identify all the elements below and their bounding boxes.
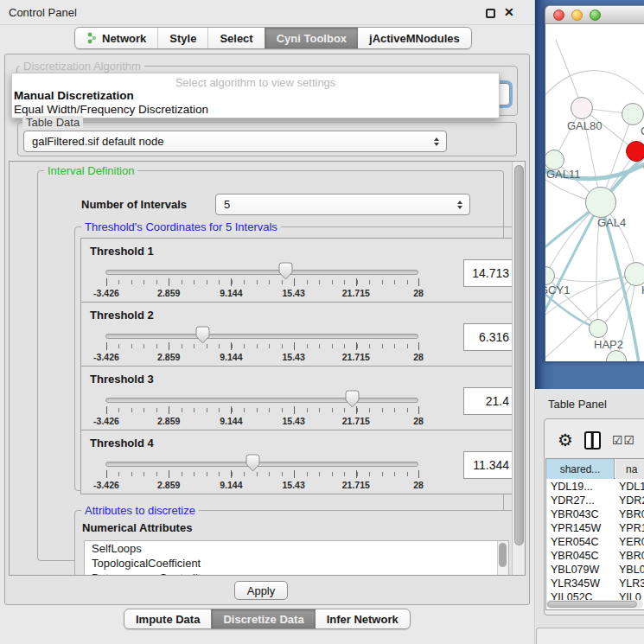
- slider-major-tick: [169, 342, 169, 350]
- cell-shared-name[interactable]: YLR345W: [551, 577, 615, 590]
- cell-shared-name[interactable]: YDR27...: [551, 494, 615, 507]
- slider-thumb[interactable]: [245, 454, 260, 472]
- cell-name[interactable]: YBR0: [619, 550, 644, 562]
- threshold-value-field[interactable]: 11.344: [463, 451, 515, 479]
- slider-tick-label: -3.426: [93, 288, 119, 298]
- vertical-scrollbar[interactable]: [512, 162, 525, 575]
- cell-name[interactable]: YBL0: [619, 564, 644, 576]
- network-canvas[interactable]: GAL80GACGAL11GAL4GCY1HHAP2: [545, 24, 644, 361]
- tab-label: Discretize Data: [223, 613, 303, 626]
- tab-network[interactable]: Network: [75, 28, 157, 48]
- column-header-name[interactable]: na: [615, 459, 644, 479]
- app-root: Control Panel ✕ NetworkStyleSelectCyni T…: [0, 0, 644, 644]
- threshold-value-field[interactable]: 6.316: [463, 323, 515, 351]
- popup-item-manual-discretization[interactable]: Manual Discretization: [14, 89, 134, 102]
- table-row[interactable]: YBR045CYBR0: [546, 550, 644, 564]
- tab-discretize-data[interactable]: Discretize Data: [211, 609, 315, 628]
- number-of-intervals-combobox[interactable]: 5: [215, 194, 470, 215]
- slider-track[interactable]: [105, 334, 418, 339]
- slider-minor-ticks: [106, 280, 419, 284]
- thresholds-group-title: Threshold's Coordinates for 5 Intervals: [81, 220, 281, 233]
- gear-icon[interactable]: ⚙: [558, 431, 573, 449]
- network-node[interactable]: [585, 187, 616, 218]
- cell-name[interactable]: YLR3: [619, 577, 644, 590]
- cell-name[interactable]: YER0: [619, 536, 644, 548]
- slider-tick-label: -3.426: [93, 480, 119, 490]
- cell-shared-name[interactable]: YPR145W: [551, 522, 615, 534]
- cell-shared-name[interactable]: YBR043C: [551, 508, 615, 520]
- split-columns-icon[interactable]: [584, 431, 601, 450]
- popup-item-equal-width-frequency-discretization[interactable]: Equal Width/Frequency Discretization: [14, 103, 208, 116]
- network-node[interactable]: [622, 103, 644, 125]
- network-node[interactable]: [589, 319, 608, 338]
- table-row[interactable]: YBL079WYBL0: [546, 564, 644, 577]
- slider-tick-label: 2.859: [157, 288, 180, 298]
- network-node[interactable]: [624, 262, 644, 286]
- table-row[interactable]: YER054CYER0: [546, 536, 644, 550]
- tab-infer-network[interactable]: Infer Network: [316, 609, 410, 628]
- checked-checkboxes-icon[interactable]: ☑☑: [612, 433, 635, 447]
- slider-major-tick: [356, 470, 357, 478]
- network-node[interactable]: [571, 97, 593, 119]
- tab-impute-data[interactable]: Impute Data: [124, 609, 211, 628]
- apply-button[interactable]: Apply: [234, 581, 288, 600]
- tab-label: jActiveMNodules: [369, 32, 460, 45]
- table-data-combobox[interactable]: galFiltered.sif default node: [23, 131, 447, 152]
- algorithm-group-title: Discretization Algorithm: [20, 60, 144, 73]
- threshold-value-field[interactable]: 14.713: [463, 259, 515, 287]
- slider-tick-label: 9.144: [220, 416, 242, 426]
- slider-thumb[interactable]: [278, 262, 293, 280]
- tab-select[interactable]: Select: [207, 28, 264, 48]
- tab-jactivemnodules[interactable]: jActiveMNodules: [358, 28, 471, 48]
- network-window-titlebar[interactable]: [545, 5, 644, 24]
- attribute-list-item[interactable]: BetweennessCentrality: [85, 571, 508, 576]
- slider-thumb[interactable]: [345, 390, 360, 408]
- cell-name[interactable]: YBR0: [619, 508, 644, 520]
- float-window-icon[interactable]: [486, 9, 495, 18]
- slider-minor-ticks: [106, 408, 419, 412]
- threshold-label: Threshold 4: [90, 437, 154, 450]
- attributes-list-scrollbar[interactable]: [497, 541, 508, 576]
- slider-tick-label: 28: [413, 352, 424, 362]
- cell-shared-name[interactable]: YBL079W: [551, 564, 615, 576]
- slider-thumb[interactable]: [195, 326, 210, 344]
- slider-track[interactable]: [105, 270, 418, 275]
- network-node-selected[interactable]: [626, 141, 644, 162]
- cell-shared-name[interactable]: YBR045C: [551, 550, 615, 562]
- attributes-list[interactable]: SelfLoopsTopologicalCoefficientBetweenne…: [84, 540, 509, 576]
- table-row[interactable]: YBR043CYBR0: [546, 508, 644, 522]
- attribute-list-item[interactable]: TopologicalCoefficient: [85, 556, 508, 571]
- column-header-shared-name[interactable]: shared...: [546, 459, 615, 479]
- slider-track[interactable]: [105, 398, 418, 403]
- top-tab-bar: NetworkStyleSelectCyni ToolboxjActiveMNo…: [74, 27, 472, 49]
- cell-name[interactable]: YPR1: [619, 522, 644, 534]
- close-icon[interactable]: ✕: [504, 5, 514, 19]
- slider-major-tick: [106, 278, 107, 286]
- slider-tick-label: 2.859: [157, 352, 180, 362]
- table-row[interactable]: YDR27...YDR2: [546, 494, 644, 508]
- minimize-traffic-light-icon[interactable]: [571, 10, 583, 21]
- close-traffic-light-icon[interactable]: [553, 10, 564, 21]
- table-row[interactable]: YLR345WYLR3: [546, 577, 644, 591]
- slider-major-tick: [231, 278, 232, 286]
- scrollbar-thumb[interactable]: [547, 601, 637, 608]
- table-row[interactable]: YDL19...YDL1: [546, 481, 644, 494]
- slider-track[interactable]: [105, 462, 418, 467]
- node-table[interactable]: shared... na YDL19...YDL1YDR27...YDR2YBR…: [545, 458, 644, 610]
- node-label-gcy1: GCY1: [545, 284, 570, 296]
- attributes-groupbox: Numerical Attributes SelfLoopsTopologica…: [74, 510, 524, 576]
- tab-cyni-toolbox[interactable]: Cyni Toolbox: [265, 28, 358, 48]
- tab-style[interactable]: Style: [157, 28, 207, 48]
- numerical-attributes-label: Numerical Attributes: [82, 521, 192, 534]
- cell-shared-name[interactable]: YDL19...: [551, 481, 615, 493]
- scrollbar-thumb[interactable]: [514, 165, 524, 545]
- table-row[interactable]: YPR145WYPR1: [546, 522, 644, 536]
- table-horizontal-scrollbar[interactable]: [546, 600, 643, 609]
- zoom-traffic-light-icon[interactable]: [590, 10, 601, 21]
- cell-shared-name[interactable]: YER054C: [551, 536, 615, 548]
- attribute-list-item[interactable]: SelfLoops: [85, 541, 508, 556]
- cell-name[interactable]: YDL1: [619, 481, 644, 493]
- cell-name[interactable]: YDR2: [619, 494, 644, 507]
- threshold-value-field[interactable]: 21.4: [463, 387, 515, 415]
- threshold-label: Threshold 1: [90, 245, 154, 258]
